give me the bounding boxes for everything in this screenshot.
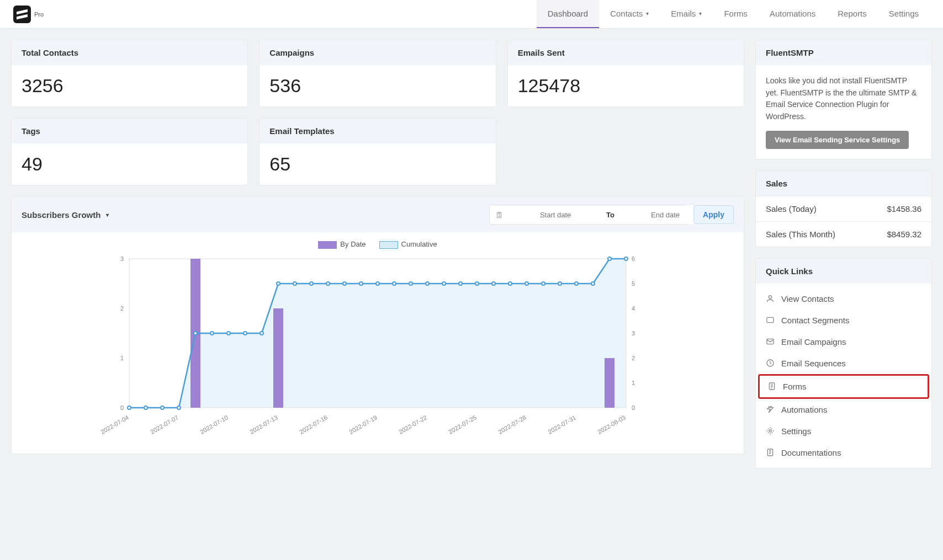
quick-link-email-sequences[interactable]: Email Sequences [758, 353, 929, 374]
stat-value: 65 [269, 153, 485, 175]
chevron-down-icon: ▾ [699, 10, 702, 17]
nav-forms[interactable]: Forms [713, 0, 759, 28]
quick-link-icon [766, 405, 775, 414]
main-nav: Dashboard Contacts▾ Emails▾ Forms Automa… [537, 0, 930, 28]
quick-link-forms[interactable]: Forms [758, 374, 929, 399]
svg-text:6: 6 [632, 255, 635, 262]
svg-text:0: 0 [632, 404, 635, 411]
nav-automations[interactable]: Automations [759, 0, 827, 28]
svg-point-27 [144, 406, 147, 409]
quick-link-icon [766, 316, 775, 324]
svg-text:1: 1 [632, 380, 635, 386]
quick-link-icon [766, 337, 775, 346]
stat-label: Total Contacts [12, 40, 247, 65]
svg-text:2022-07-04: 2022-07-04 [99, 414, 130, 435]
svg-text:3: 3 [120, 255, 124, 262]
svg-text:2022-07-22: 2022-07-22 [398, 414, 428, 435]
legend-by-date: By Date [340, 240, 365, 248]
quick-link-icon [767, 382, 776, 391]
quick-link-settings[interactable]: Settings [758, 420, 929, 442]
quick-links-card: Quick Links View ContactsContact Segment… [755, 258, 932, 468]
start-date-input[interactable] [509, 205, 602, 224]
fluentsmtp-text: Looks like you did not install FluentSMT… [766, 75, 921, 123]
quick-link-label: Forms [783, 382, 807, 391]
svg-text:2022-07-28: 2022-07-28 [497, 414, 527, 435]
quick-link-contact-segments[interactable]: Contact Segments [758, 310, 929, 331]
stat-label: Tags [12, 119, 247, 143]
nav-contacts[interactable]: Contacts▾ [599, 0, 660, 28]
stat-label: Email Templates [259, 119, 495, 143]
svg-point-52 [558, 282, 561, 285]
legend-cumulative: Cumulative [401, 240, 437, 248]
svg-point-26 [128, 406, 131, 409]
svg-text:2022-07-13: 2022-07-13 [248, 414, 279, 435]
nav-settings[interactable]: Settings [878, 0, 930, 28]
nav-reports[interactable]: Reports [827, 0, 878, 28]
quick-link-view-contacts[interactable]: View Contacts [758, 288, 929, 310]
stat-emails-sent: Emails Sent 125478 [507, 40, 744, 107]
svg-point-55 [608, 257, 611, 260]
svg-point-32 [227, 332, 230, 335]
sales-today-row: Sales (Today)$1458.36 [756, 196, 931, 221]
svg-point-38 [326, 282, 330, 285]
app-logo [13, 6, 31, 23]
svg-point-37 [310, 282, 313, 285]
svg-point-51 [542, 282, 545, 285]
svg-point-50 [525, 282, 528, 285]
to-label: To [602, 211, 619, 219]
svg-text:0: 0 [120, 404, 124, 411]
svg-point-53 [575, 282, 578, 285]
quick-link-icon [766, 448, 775, 457]
svg-point-39 [343, 282, 346, 285]
chevron-down-icon: ▾ [646, 10, 649, 17]
chart-legend: By Date Cumulative [23, 238, 733, 253]
svg-text:2022-08-03: 2022-08-03 [596, 414, 627, 435]
stat-value: 536 [269, 75, 485, 97]
svg-rect-25 [605, 358, 614, 408]
svg-text:2022-07-07: 2022-07-07 [149, 414, 179, 435]
quick-link-label: Settings [781, 426, 811, 436]
quick-link-documentations[interactable]: Documentations [758, 442, 929, 463]
svg-point-57 [769, 296, 771, 298]
chart-title-dropdown[interactable]: Subscribers Growth ▾ [22, 210, 109, 220]
svg-text:2022-07-25: 2022-07-25 [447, 414, 478, 435]
svg-text:1: 1 [120, 355, 124, 361]
svg-text:5: 5 [632, 280, 635, 287]
view-smtp-settings-button[interactable]: View Email Sending Service Settings [766, 131, 909, 149]
pro-badge: Pro [34, 11, 44, 18]
svg-point-56 [624, 257, 628, 260]
apply-button[interactable]: Apply [693, 205, 734, 224]
chevron-down-icon: ▾ [106, 212, 109, 218]
nav-dashboard[interactable]: Dashboard [537, 0, 599, 28]
svg-rect-24 [273, 308, 283, 408]
svg-point-42 [393, 282, 396, 285]
svg-point-36 [293, 282, 296, 285]
quick-link-label: Contact Segments [781, 316, 849, 325]
quick-link-icon [766, 359, 775, 367]
date-range-picker[interactable]: 🗓 To [489, 205, 688, 225]
svg-text:2: 2 [632, 355, 635, 361]
stat-total-contacts: Total Contacts 3256 [11, 40, 248, 107]
nav-emails[interactable]: Emails▾ [660, 0, 713, 28]
quick-link-icon [766, 294, 775, 303]
subscribers-growth-card: Subscribers Growth ▾ 🗓 To Apply By Date [11, 196, 744, 454]
sales-card: Sales Sales (Today)$1458.36 Sales (This … [755, 170, 932, 247]
quick-link-icon [766, 426, 775, 435]
svg-point-40 [359, 282, 363, 285]
stat-tags: Tags 49 [11, 118, 248, 185]
fluentsmtp-card: FluentSMTP Looks like you did not instal… [755, 40, 932, 159]
stat-label: Campaigns [259, 40, 495, 65]
card-title: Quick Links [756, 259, 931, 284]
svg-point-35 [277, 282, 280, 285]
quick-link-automations[interactable]: Automations [758, 399, 929, 420]
card-title: FluentSMTP [756, 40, 931, 65]
subscribers-chart: 012301234562022-07-042022-07-072022-07-1… [23, 253, 733, 441]
svg-text:2022-07-31: 2022-07-31 [547, 414, 577, 435]
stat-campaigns: Campaigns 536 [259, 40, 496, 107]
svg-point-46 [459, 282, 462, 285]
svg-point-45 [442, 282, 446, 285]
svg-point-29 [177, 406, 181, 409]
svg-point-28 [161, 406, 164, 409]
quick-link-email-campaigns[interactable]: Email Campaigns [758, 331, 929, 353]
svg-point-61 [769, 430, 771, 432]
